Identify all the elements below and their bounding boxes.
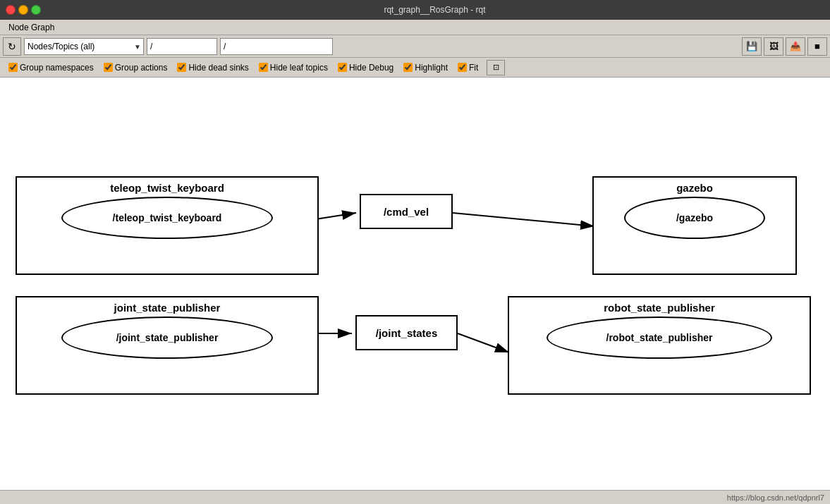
titlebar: rqt_graph__RosGraph - rqt bbox=[0, 0, 830, 20]
statusbar: https://blog.csdn.net/qdpnrl7 bbox=[0, 490, 830, 504]
refresh-icon: ↻ bbox=[8, 41, 16, 52]
fit-option[interactable]: Fit bbox=[453, 63, 482, 73]
save-icon: 💾 bbox=[746, 41, 757, 51]
fit-label: Fit bbox=[469, 63, 478, 73]
main-window: Node Graph ↻ Nodes/Topics (all) Nodes on… bbox=[0, 20, 830, 504]
gazebo-node-label: gazebo bbox=[676, 182, 713, 194]
menu-node-graph[interactable]: Node Graph bbox=[3, 21, 60, 34]
hide-debug-option[interactable]: Hide Debug bbox=[334, 63, 398, 73]
group-namespaces-checkbox[interactable] bbox=[8, 63, 18, 72]
robot-node-label: robot_state_publisher bbox=[604, 302, 715, 314]
arrows-svg bbox=[0, 78, 830, 490]
hide-leaf-topics-checkbox[interactable] bbox=[259, 63, 268, 72]
teleop-ellipse-label: /teleop_twist_keyboard bbox=[113, 212, 222, 223]
save-button[interactable]: 💾 bbox=[742, 37, 762, 56]
graph-canvas: teleop_twist_keyboard /teleop_twist_keyb… bbox=[0, 78, 830, 490]
filter1-input[interactable] bbox=[147, 38, 217, 55]
joint-node-box: joint_state_publisher /joint_state_publi… bbox=[16, 296, 319, 395]
hide-dead-sinks-checkbox[interactable] bbox=[177, 63, 186, 72]
view-select[interactable]: Nodes/Topics (all) Nodes only Topics onl… bbox=[24, 38, 144, 55]
screenshot-icon: 🖼 bbox=[769, 41, 779, 51]
group-namespaces-label: Group namespaces bbox=[20, 63, 94, 73]
highlight-option[interactable]: Highlight bbox=[399, 63, 452, 73]
joint-states-label: /joint_states bbox=[376, 327, 438, 339]
svg-line-2 bbox=[453, 213, 594, 226]
menubar: Node Graph bbox=[0, 20, 830, 35]
robot-ellipse-label: /robot_state_publisher bbox=[606, 332, 713, 343]
window-title: rqt_graph__RosGraph - rqt bbox=[45, 5, 824, 15]
hide-dead-sinks-label: Hide dead sinks bbox=[188, 63, 248, 73]
status-url: https://blog.csdn.net/qdpnrl7 bbox=[727, 493, 824, 502]
teleop-node-ellipse: /teleop_twist_keyboard bbox=[61, 197, 273, 239]
hide-leaf-topics-option[interactable]: Hide leaf topics bbox=[255, 63, 332, 73]
titlebar-buttons bbox=[6, 5, 41, 15]
highlight-checkbox[interactable] bbox=[403, 63, 413, 72]
group-namespaces-option[interactable]: Group namespaces bbox=[4, 63, 98, 73]
export-button[interactable]: 📤 bbox=[786, 37, 805, 56]
refresh-button[interactable]: ↻ bbox=[3, 37, 21, 56]
highlight-label: Highlight bbox=[415, 63, 448, 73]
fit-icon: ⊡ bbox=[493, 63, 499, 72]
gazebo-ellipse-label: /gazebo bbox=[676, 212, 713, 223]
hide-debug-checkbox[interactable] bbox=[338, 63, 347, 72]
toolbar: ↻ Nodes/Topics (all) Nodes only Topics o… bbox=[0, 35, 830, 58]
joint-node-ellipse: /joint_state_publisher bbox=[61, 316, 273, 359]
fit-button[interactable]: ⊡ bbox=[487, 60, 505, 75]
cmd-vel-topic-box: /cmd_vel bbox=[360, 194, 453, 229]
group-actions-option[interactable]: Group actions bbox=[99, 63, 172, 73]
gazebo-node-ellipse: /gazebo bbox=[624, 197, 765, 239]
joint-ellipse-label: /joint_state_publisher bbox=[116, 332, 219, 343]
maximize-button[interactable] bbox=[31, 5, 41, 15]
teleop-node-box: teleop_twist_keyboard /teleop_twist_keyb… bbox=[16, 176, 319, 275]
joint-states-topic-box: /joint_states bbox=[355, 315, 458, 350]
group-actions-label: Group actions bbox=[115, 63, 168, 73]
toolbar-right-buttons: 💾 🖼 📤 ■ bbox=[742, 37, 827, 56]
minimize-button[interactable] bbox=[18, 5, 28, 15]
screenshot-button[interactable]: 🖼 bbox=[764, 37, 783, 56]
cmd-vel-label: /cmd_vel bbox=[384, 206, 429, 218]
export-icon: 📤 bbox=[790, 41, 801, 51]
gazebo-node-box: gazebo /gazebo bbox=[592, 176, 797, 275]
optionsbar: Group namespaces Group actions Hide dead… bbox=[0, 58, 830, 78]
robot-node-box: robot_state_publisher /robot_state_publi… bbox=[508, 296, 811, 395]
filter2-input[interactable] bbox=[220, 38, 333, 55]
stop-button[interactable]: ■ bbox=[807, 37, 827, 56]
fit-checkbox[interactable] bbox=[458, 63, 467, 72]
svg-line-4 bbox=[458, 333, 509, 352]
joint-node-label: joint_state_publisher bbox=[114, 302, 221, 314]
hide-dead-sinks-option[interactable]: Hide dead sinks bbox=[173, 63, 252, 73]
close-button[interactable] bbox=[6, 5, 16, 15]
hide-leaf-topics-label: Hide leaf topics bbox=[270, 63, 328, 73]
teleop-node-label: teleop_twist_keyboard bbox=[110, 182, 224, 194]
robot-node-ellipse: /robot_state_publisher bbox=[547, 316, 772, 359]
view-select-wrapper: Nodes/Topics (all) Nodes only Topics onl… bbox=[24, 38, 144, 55]
group-actions-checkbox[interactable] bbox=[104, 63, 113, 72]
stop-icon: ■ bbox=[814, 41, 820, 51]
hide-debug-label: Hide Debug bbox=[349, 63, 393, 73]
